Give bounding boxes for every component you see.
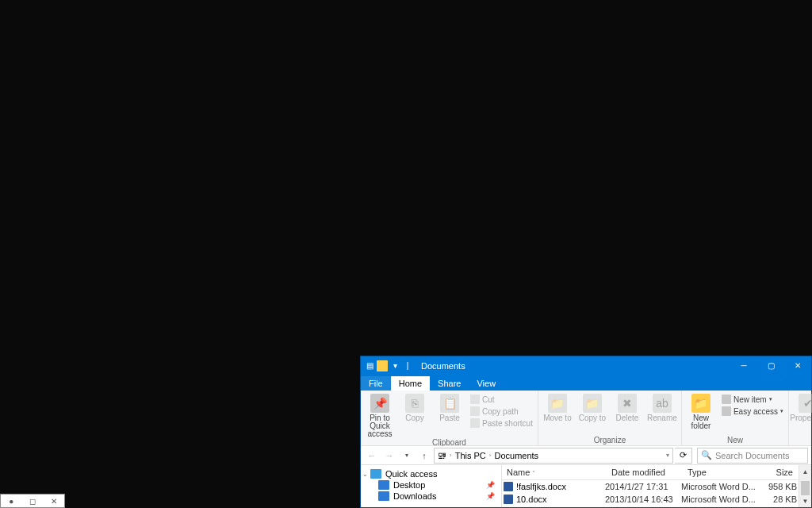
pin-icon: 📌 [486, 481, 495, 489]
tab-home[interactable]: Home [391, 376, 430, 391]
minimize-button[interactable]: ─ [730, 356, 757, 375]
pin-icon: 📌 [486, 492, 495, 500]
ribbon: 📌Pin to Quick access ⎘Copy 📋Paste Cut Co… [361, 391, 811, 446]
window-title: Documents [416, 361, 730, 371]
tab-share[interactable]: Share [430, 376, 469, 391]
search-icon: 🔍 [701, 450, 712, 460]
easy-access-button[interactable]: Easy access▾ [719, 406, 786, 417]
col-size[interactable]: Size [757, 465, 799, 479]
task-restore-icon[interactable]: ◻ [22, 497, 44, 506]
folder-icon: 🖳 [438, 451, 446, 460]
nav-back-button[interactable]: ← [364, 448, 380, 464]
file-icon [504, 495, 513, 504]
col-type[interactable]: Type [683, 465, 757, 479]
crumb-dropdown-icon[interactable]: ▾ [666, 452, 669, 459]
tab-view[interactable]: View [469, 376, 504, 391]
new-folder-button[interactable]: 📁New folder [684, 392, 718, 430]
nav-forward-button[interactable]: → [381, 448, 397, 464]
breadcrumb[interactable]: 🖳 › This PC › Documents ▾ [434, 448, 673, 464]
table-row[interactable]: 10.docx2013/10/14 16:43Microsoft Word D.… [502, 493, 799, 506]
close-button[interactable]: ✕ [784, 356, 811, 375]
file-size: 958 KB [756, 482, 797, 491]
file-type: Microsoft Word D... [681, 482, 756, 491]
paste-button[interactable]: 📋Paste [433, 392, 466, 422]
group-open-label: Open [791, 436, 812, 445]
scroll-up-icon[interactable]: ▲ [799, 465, 811, 478]
file-date: 2014/1/27 17:31 [605, 482, 681, 491]
move-to-button[interactable]: 📁Move to [541, 392, 574, 422]
nav-quick-access[interactable]: ⌄Quick access [361, 468, 501, 479]
nav-recent-button[interactable]: ▾ [399, 448, 415, 464]
file-explorer-window: ▤ ▾ | Documents ─ ▢ ✕ File Home Share Vi… [360, 356, 812, 508]
refresh-button[interactable]: ⟳ [675, 448, 692, 464]
new-item-button[interactable]: New item▾ [719, 394, 786, 405]
pin-quick-access-button[interactable]: 📌Pin to Quick access [363, 392, 396, 438]
maximize-button[interactable]: ▢ [757, 356, 784, 375]
nav-up-button[interactable]: ↑ [416, 448, 432, 464]
rename-button[interactable]: abRename [645, 392, 679, 422]
title-separator: | [402, 360, 413, 371]
nav-desktop[interactable]: Desktop📌 [361, 479, 501, 491]
task-app-icon: ● [1, 497, 22, 506]
copy-to-button[interactable]: 📁Copy to [576, 392, 609, 422]
taskbar-thumbnail[interactable]: ● ◻ ✕ [0, 494, 65, 508]
delete-button[interactable]: ✖Delete [611, 392, 644, 422]
scrollbar[interactable]: ▲ ▼ [799, 465, 811, 507]
table-row[interactable]: !faslfjks.docx2014/1/27 17:31Microsoft W… [502, 480, 799, 493]
cut-button[interactable]: Cut [468, 394, 535, 405]
qat-properties-icon[interactable]: ▤ [364, 360, 375, 371]
scroll-thumb[interactable] [801, 481, 810, 495]
file-list: !faslfjks.docx2014/1/27 17:31Microsoft W… [502, 480, 799, 507]
scroll-down-icon[interactable]: ▼ [799, 495, 811, 507]
crumb-this-pc[interactable]: This PC [455, 451, 486, 460]
file-size: 28 KB [756, 495, 797, 504]
file-name: 10.docx [516, 495, 547, 504]
crumb-documents[interactable]: Documents [494, 451, 538, 460]
titlebar[interactable]: ▤ ▾ | Documents ─ ▢ ✕ [361, 356, 811, 375]
nav-downloads[interactable]: Downloads📌 [361, 491, 501, 502]
address-bar: ← → ▾ ↑ 🖳 › This PC › Documents ▾ ⟳ 🔍 Se… [361, 446, 811, 465]
col-date[interactable]: Date modified [607, 465, 683, 479]
copy-path-button[interactable]: Copy path [468, 406, 535, 417]
table-row[interactable]: 58081byr .pptx2013/5/18 12:50Microsoft P… [502, 506, 799, 507]
qat-caret-icon[interactable]: ▾ [389, 360, 400, 371]
properties-button[interactable]: ✔Properties [791, 392, 812, 422]
group-organize-label: Organize [541, 436, 679, 445]
col-name[interactable]: Name ˄ [502, 465, 607, 479]
navigation-pane: ⌄Quick access Desktop📌 Downloads📌 ›OneDr… [361, 465, 502, 507]
qat-newfolder-icon[interactable] [377, 360, 388, 371]
file-date: 2013/10/14 16:43 [605, 495, 681, 504]
column-headers[interactable]: Name ˄ Date modified Type Size [502, 465, 799, 480]
file-icon [504, 482, 513, 491]
paste-shortcut-button[interactable]: Paste shortcut [468, 418, 535, 429]
copy-button[interactable]: ⎘Copy [398, 392, 431, 422]
search-input[interactable]: 🔍 Search Documents [697, 448, 808, 464]
group-new-label: New [684, 436, 786, 445]
ribbon-tabs: File Home Share View [361, 375, 811, 391]
nav-onedrive[interactable]: ›OneDrive [361, 506, 501, 507]
file-type: Microsoft Word D... [681, 495, 756, 504]
file-name: !faslfjks.docx [516, 482, 566, 491]
tab-file[interactable]: File [361, 376, 391, 391]
task-close-icon[interactable]: ✕ [43, 497, 64, 506]
